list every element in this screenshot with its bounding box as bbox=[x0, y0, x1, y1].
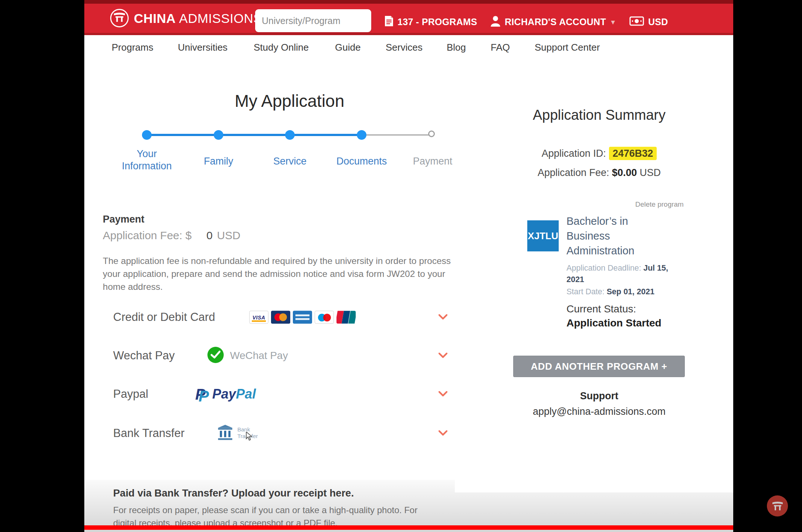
payment-method-paypal-row[interactable]: Paypal PP PayPal bbox=[84, 380, 458, 408]
fee-description: The application fee is non-refundable an… bbox=[103, 254, 462, 293]
nav-item-study-online[interactable]: Study Online bbox=[254, 35, 309, 60]
nav-item-guide[interactable]: Guide bbox=[335, 35, 361, 60]
nav-item-blog[interactable]: Blog bbox=[447, 35, 466, 60]
mastercard-icon bbox=[271, 311, 290, 324]
programs-count-label: 137 - PROGRAMS bbox=[397, 17, 477, 27]
step-dot-payment[interactable] bbox=[428, 131, 435, 137]
paypal-monogram-icon: PP bbox=[195, 386, 211, 403]
step-dot-your-information[interactable] bbox=[142, 130, 152, 140]
start-date-line: Start Date: Sep 01, 2021 bbox=[566, 286, 673, 298]
application-summary-title: Application Summary bbox=[513, 107, 685, 123]
nav-item-universities[interactable]: Universities bbox=[178, 35, 227, 60]
support-title: Support bbox=[513, 390, 685, 402]
delete-program-link[interactable]: Delete program bbox=[635, 200, 684, 209]
china-admissions-logo[interactable] bbox=[110, 9, 129, 27]
paypal-logo: PP PayPal bbox=[195, 386, 256, 403]
nav-item-support-center[interactable]: Support Center bbox=[535, 35, 600, 60]
payment-method-wechat-row[interactable]: Wechat Pay WeChat Pay bbox=[84, 342, 458, 370]
wechat-pay-icon bbox=[207, 346, 224, 365]
american-express-icon bbox=[293, 311, 312, 324]
paypal-method-label: Paypal bbox=[113, 387, 148, 401]
summary-fee-currency: USD bbox=[640, 167, 661, 178]
search-input[interactable] bbox=[255, 9, 371, 32]
step-label-payment[interactable]: Payment bbox=[392, 155, 473, 167]
band-notch bbox=[455, 480, 733, 492]
user-icon bbox=[490, 16, 501, 29]
maestro-icon bbox=[315, 311, 334, 324]
step-dot-documents[interactable] bbox=[357, 130, 366, 140]
nav-item-services[interactable]: Services bbox=[386, 35, 423, 60]
main-nav: Programs Universities Study Online Guide… bbox=[84, 35, 733, 60]
start-date-label: Start Date: bbox=[566, 287, 607, 296]
document-icon bbox=[385, 16, 393, 29]
site-header: CHINA ADMISSIONS 137 - PROGRAMS bbox=[84, 4, 733, 35]
card-method-label: Credit or Debit Card bbox=[113, 311, 215, 324]
paypal-wordmark: PayPal bbox=[212, 386, 256, 402]
webpage: CHINA ADMISSIONS 137 - PROGRAMS bbox=[84, 0, 733, 532]
application-id-line: Application ID:2476B32 bbox=[513, 148, 685, 159]
step-dot-service[interactable] bbox=[285, 130, 295, 140]
chevron-down-icon[interactable] bbox=[439, 391, 447, 397]
account-menu[interactable]: RICHARD'S ACCOUNT ▾ bbox=[490, 7, 615, 37]
step-dot-family[interactable] bbox=[214, 130, 223, 140]
receipt-upload-section: Paid via Bank Transfer? Upload your rece… bbox=[84, 480, 733, 532]
bank-building-icon bbox=[217, 424, 234, 443]
header-top-strip bbox=[84, 0, 733, 4]
fee-label: Application Fee: $ bbox=[103, 229, 192, 241]
brand-bold: CHINA bbox=[134, 11, 176, 26]
header-programs-link[interactable]: 137 - PROGRAMS bbox=[385, 7, 477, 37]
search-box bbox=[255, 9, 371, 32]
application-id-value: 2476B32 bbox=[609, 147, 657, 160]
summary-fee-amount: $0.00 bbox=[612, 167, 637, 178]
stepper-line-complete bbox=[147, 134, 362, 136]
visa-icon: VISA bbox=[249, 311, 268, 324]
deadline-line: Application Deadline: Jul 15, 2021 bbox=[566, 262, 673, 285]
bank-method-label: Bank Transfer bbox=[113, 427, 185, 440]
card-brand-icons: VISA bbox=[249, 311, 356, 324]
stepper-line-upcoming bbox=[362, 134, 433, 136]
chevron-down-icon[interactable] bbox=[439, 353, 447, 359]
step-label-your-information[interactable]: Your Information bbox=[115, 148, 178, 172]
application-id-label: Application ID: bbox=[542, 148, 606, 159]
account-label: RICHARD'S ACCOUNT bbox=[505, 17, 606, 27]
chevron-down-icon: ▾ bbox=[611, 18, 615, 26]
brand-regular: ADMISSIONS bbox=[179, 11, 262, 26]
payment-method-card-row[interactable]: Credit or Debit Card VISA bbox=[84, 303, 458, 331]
program-meta: Application Deadline: Jul 15, 2021 Start… bbox=[566, 262, 673, 298]
university-logo-xjtlu: XJTLU bbox=[527, 220, 559, 251]
payment-section-heading: Payment bbox=[103, 214, 145, 225]
deadline-label: Application Deadline: bbox=[566, 264, 643, 272]
unionpay-icon bbox=[336, 311, 356, 324]
summary-fee-label: Application Fee: bbox=[538, 167, 609, 178]
nav-item-programs[interactable]: Programs bbox=[112, 35, 153, 60]
mouse-cursor-icon bbox=[246, 432, 253, 442]
add-another-program-button[interactable]: ADD ANOTHER PROGRAM + bbox=[513, 356, 685, 377]
start-date-value: Sep 01, 2021 bbox=[607, 287, 654, 296]
video-progress-bar[interactable] bbox=[84, 525, 733, 530]
wechat-pay-wordmark: WeChat Pay bbox=[230, 350, 288, 362]
summary-fee-line: Application Fee: $0.00 USD bbox=[513, 167, 685, 179]
nav-item-faq[interactable]: FAQ bbox=[491, 35, 510, 60]
step-label-documents[interactable]: Documents bbox=[321, 155, 402, 167]
currency-selector[interactable]: USD bbox=[629, 7, 668, 37]
step-label-service[interactable]: Service bbox=[249, 155, 331, 167]
payment-method-bank-row[interactable]: Bank Transfer Bank Transfer bbox=[84, 419, 458, 447]
fee-currency: USD bbox=[217, 229, 240, 241]
banknote-icon bbox=[629, 16, 644, 28]
page-title: My Application bbox=[206, 91, 373, 111]
chevron-down-icon[interactable] bbox=[439, 314, 447, 320]
torii-gate-icon bbox=[113, 11, 126, 25]
wechat-method-label: Wechat Pay bbox=[113, 349, 175, 362]
application-fee-line: Application Fee: $0USD bbox=[103, 229, 240, 242]
fee-value: 0 bbox=[206, 229, 213, 241]
channel-watermark-torii-icon[interactable] bbox=[767, 495, 788, 516]
video-frame: CHINA ADMISSIONS 137 - PROGRAMS bbox=[0, 0, 802, 532]
step-label-family[interactable]: Family bbox=[178, 155, 259, 167]
support-email-link[interactable]: apply@china-admissions.com bbox=[513, 406, 685, 417]
program-title[interactable]: Bachelor’s in Business Administration bbox=[566, 214, 667, 258]
chevron-down-icon[interactable] bbox=[439, 430, 447, 436]
currency-label: USD bbox=[648, 17, 668, 27]
current-status-label: Current Status: bbox=[566, 303, 636, 315]
receipt-heading: Paid via Bank Transfer? Upload your rece… bbox=[113, 487, 354, 499]
brand-wordmark[interactable]: CHINA ADMISSIONS bbox=[134, 4, 262, 33]
